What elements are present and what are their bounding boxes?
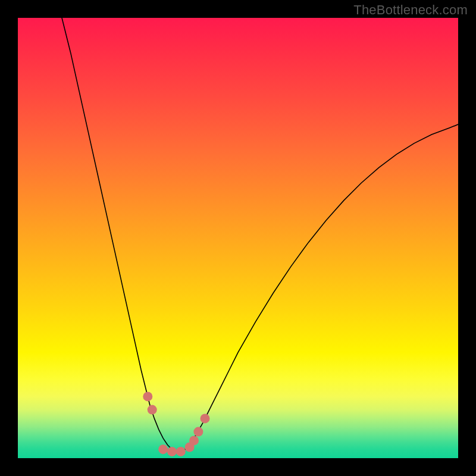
curve-marker — [167, 447, 177, 456]
watermark-text: TheBottleneck.com — [353, 2, 468, 18]
curve-marker — [201, 414, 210, 423]
chart-frame: TheBottleneck.com — [0, 0, 476, 476]
curve-marker — [158, 444, 168, 454]
curve-marker — [189, 436, 199, 445]
curve-marker — [148, 405, 157, 415]
curve-marker — [143, 392, 152, 401]
curve-marker — [193, 427, 203, 437]
bottleneck-curve — [18, 18, 458, 458]
curve-markers — [143, 392, 209, 456]
curve-marker — [176, 447, 186, 456]
curve-line — [62, 18, 458, 452]
plot-area — [18, 18, 458, 458]
